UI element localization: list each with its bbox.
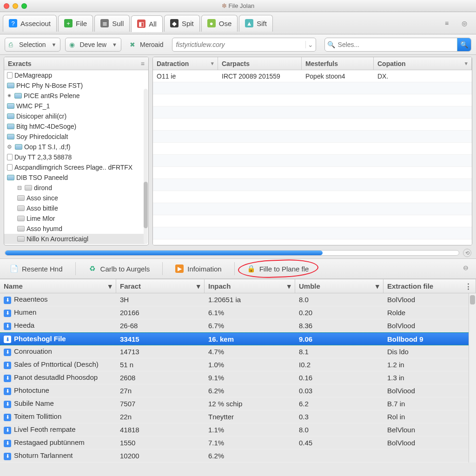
sidebar-item-label: Bitg htMC-4DeSoge) xyxy=(16,123,76,130)
table-row[interactable] xyxy=(153,131,472,143)
col-carpacts[interactable]: Carpacts xyxy=(218,57,302,70)
sidebar-item[interactable]: Nillo Kn Arourrcticaigl xyxy=(4,234,145,244)
progress-cancel-icon[interactable]: ⟲ xyxy=(463,249,471,257)
sidebar-item[interactable]: Ascpandlimgrich Screes Plage.. dFRTFX xyxy=(4,162,145,172)
col-mesterfuls[interactable]: Mesterfuls xyxy=(302,57,374,70)
sidebar-item[interactable]: WMC PF_1 xyxy=(4,101,145,111)
table-row[interactable]: ⬇Shoturn Tarlannent102006.2% xyxy=(0,450,469,463)
table-row[interactable]: ⬇Photeshogl File3341516. kem9.06Bollbood… xyxy=(0,332,469,345)
cell: Tneytter xyxy=(205,413,295,421)
sidebar-item-label: DeMagreapp xyxy=(14,72,52,79)
panel-menu-icon[interactable]: ≡ xyxy=(141,60,145,67)
table-row[interactable]: ⬇Panot desutadld Phoosdop26089.1%0.161.3… xyxy=(0,371,469,384)
cell: 20166 xyxy=(116,309,205,317)
tab-ose[interactable]: ●Ose xyxy=(201,15,238,32)
sidebar-item[interactable]: Disicoper ahili(cr) xyxy=(4,111,145,121)
search-field[interactable]: 🔍 🔍 xyxy=(324,38,471,52)
col-datraction[interactable]: Datraction▾ xyxy=(153,57,218,70)
sidebar-item[interactable]: Duy TT 2,3,3 58878 xyxy=(4,152,145,162)
bottom-rows[interactable]: ⬇Reaenteos3H1.20651 ia8.0BolVlood⬇Humen2… xyxy=(0,293,469,463)
cell: Dis ldo xyxy=(383,348,469,356)
table-row[interactable] xyxy=(153,215,472,227)
develew-combo[interactable]: ◉Deve lew▼ xyxy=(65,38,121,52)
file-icon: ⬇ xyxy=(4,388,11,395)
table-row[interactable]: ⬇Sales of Pnttortical (Desch)51 n1.0%I0.… xyxy=(0,358,469,371)
sidebar-item[interactable]: DIB TSO Paneeld xyxy=(4,172,145,183)
filter-input[interactable] xyxy=(172,41,305,48)
table-row[interactable] xyxy=(153,82,472,94)
table-row[interactable] xyxy=(153,143,472,155)
folder-icon xyxy=(7,83,14,88)
table-row[interactable] xyxy=(153,106,472,119)
tab-asseciout[interactable]: ?Asseciout xyxy=(3,15,57,32)
tab-spit[interactable]: ◆Spit xyxy=(164,15,200,32)
tab-all[interactable]: ◧All xyxy=(131,15,163,32)
sidebar-item[interactable]: ⚙Oop 1T S.I, .d;f) xyxy=(4,142,145,152)
table-row[interactable]: ⬇Conrouation147134.7%8.1Dis ldo xyxy=(0,345,469,358)
selection-combo[interactable]: ⎙Selection▼ xyxy=(5,38,60,52)
mic-icon[interactable]: ◎ xyxy=(459,18,469,28)
table-row[interactable] xyxy=(153,179,472,191)
divider xyxy=(234,262,235,275)
bcol-name[interactable]: Name▾ xyxy=(0,279,116,293)
sidebar-item[interactable]: Lime Mlor xyxy=(4,213,145,224)
table-row[interactable]: ⬇Reaenteos3H1.20651 ia8.0BolVlood xyxy=(0,293,469,306)
table-row[interactable]: ⬇Toitem Tollittion22nTneytter0.3Rol in xyxy=(0,410,469,423)
file-to-plane-button[interactable]: 🔒Fille to Plane fle xyxy=(241,261,315,276)
tab-sift[interactable]: ▲Sift xyxy=(239,15,273,32)
table-row[interactable] xyxy=(153,203,472,215)
cell: 12 % schip xyxy=(205,400,295,408)
table-row[interactable] xyxy=(153,191,472,203)
main-split: Exracts ≡ DeMagreappPHC Phy N-Bose FST)✷… xyxy=(0,55,476,245)
bcol-inpach[interactable]: Inpach▾ xyxy=(205,279,295,293)
table-row[interactable]: ⬇Heeda26-686.7%8.36BolVlood xyxy=(0,319,469,332)
chevron-down-icon: ⋮ xyxy=(465,282,472,291)
chevron-down-icon[interactable]: ⌄ xyxy=(305,41,316,48)
bcol-faract[interactable]: Faract▾ xyxy=(116,279,205,293)
table-row[interactable]: ⬇Subile Name750712 % schip6.2B.7 in xyxy=(0,397,469,410)
sidebar-item[interactable]: Asso since xyxy=(4,193,145,203)
sidebar-item-label: Asso hyumd xyxy=(26,225,62,232)
collapse-icon[interactable]: ⊖ xyxy=(463,264,472,273)
table-row[interactable] xyxy=(153,155,472,167)
cell: 0.03 xyxy=(295,387,383,395)
sidebar-tree[interactable]: DeMagreappPHC Phy N-Bose FST)✷PICE antRs… xyxy=(4,70,148,245)
chevron-down-icon: ▾ xyxy=(287,282,291,291)
bcol-umble[interactable]: Umble▾ xyxy=(295,279,383,293)
menu-icon[interactable]: ≡ xyxy=(442,18,452,28)
bcol-extraction[interactable]: Extraction file⋮ xyxy=(383,279,476,293)
sidebar-item[interactable]: PHC Phy N-Bose FST) xyxy=(4,80,145,91)
cell: 8.0 xyxy=(295,296,383,304)
tab-sull[interactable]: ≣Sull xyxy=(94,15,130,32)
col-copation[interactable]: Copation▾ xyxy=(374,57,472,70)
scrollbar[interactable] xyxy=(144,89,148,244)
resente-button[interactable]: 📄Resente Hnd xyxy=(4,261,69,276)
database-icon xyxy=(7,164,13,171)
carlb-button[interactable]: ♻Carlb to Aurgels xyxy=(82,261,156,276)
table-row[interactable] xyxy=(153,227,472,239)
table-row[interactable]: ⬇Restagaed pubtünnem15507.1%0.45BolVlood xyxy=(0,436,469,450)
information-button[interactable]: ▶Infoimation xyxy=(169,261,227,276)
sidebar-item[interactable]: ✷PICE antRs Pelene xyxy=(4,91,145,101)
search-input[interactable] xyxy=(338,41,457,48)
table-row[interactable]: O11 ieIRCT 20089 201559Popek stoon4DX. xyxy=(153,70,472,82)
tab-file[interactable]: +File xyxy=(58,15,93,32)
search-button[interactable]: 🔍 xyxy=(457,38,471,51)
sidebar-item[interactable]: Soy Phiredociclalt xyxy=(4,132,145,142)
results-rows[interactable]: O11 ieIRCT 20089 201559Popek stoon4DX. xyxy=(153,70,472,245)
table-row[interactable] xyxy=(153,94,472,106)
sidebar-item[interactable]: PRC meation xyxy=(4,244,145,245)
sidebar-item[interactable]: Asso hyumd xyxy=(4,224,145,234)
filter-field[interactable]: ⌄ xyxy=(172,38,316,52)
search-icon: 🔍 xyxy=(325,41,338,48)
table-row[interactable]: ⬇Photoctune27n6.2%0.03BolViood xyxy=(0,384,469,397)
table-row[interactable]: ⬇Livel Feoth rempate418181.1%8.0BelVloun xyxy=(0,423,469,436)
scrollbar[interactable] xyxy=(469,293,476,463)
table-row[interactable]: ⬇Humen201666.1%0.20Rolde xyxy=(0,306,469,319)
table-row[interactable] xyxy=(153,119,472,131)
sidebar-item[interactable]: DeMagreapp xyxy=(4,70,145,80)
table-row[interactable] xyxy=(153,167,472,179)
sidebar-item[interactable]: ⊟dirond xyxy=(4,183,145,193)
sidebar-item[interactable]: Asso bittile xyxy=(4,203,145,213)
sidebar-item[interactable]: Bitg htMC-4DeSoge) xyxy=(4,121,145,132)
